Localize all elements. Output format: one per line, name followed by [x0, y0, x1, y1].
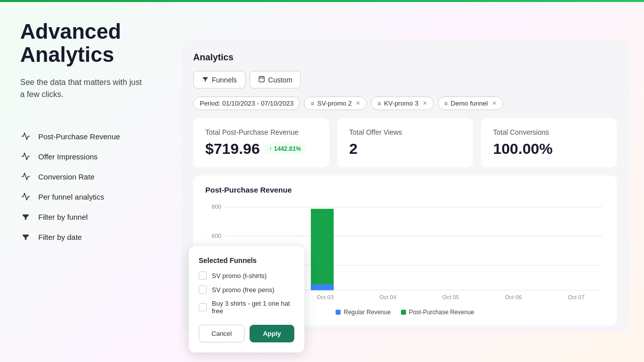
stat-value-conversions: 100.00% [493, 140, 605, 157]
nav-label-filter-by-date: Filter by date [38, 233, 82, 241]
checkbox-box-buy-3-shirts[interactable] [199, 303, 207, 311]
nav-label-filter-by-funnel: Filter by funnel [38, 213, 88, 221]
checkbox-label-sv-tshirts: SV promo (t-shirts) [212, 272, 267, 280]
nav-label-conversion-rate: Conversion Rate [38, 172, 95, 181]
stat-label-revenue: Total Post-Purchase Revenue [205, 128, 317, 136]
checkbox-label-sv-pens: SV promo (free pens) [212, 286, 274, 294]
stat-badge-revenue: ↑ 1442.81% [265, 143, 305, 154]
svg-text:Oct 03: Oct 03 [317, 294, 334, 300]
legend-post-purchase-revenue: Post-Purchase Revenue [401, 309, 474, 316]
close-icon-demo[interactable]: ✕ [492, 100, 497, 107]
nav-label-per-funnel-analytics: Per funnel analytics [38, 193, 104, 201]
apply-button[interactable]: Apply [250, 325, 294, 342]
checkbox-sv-pens[interactable]: SV promo (free pens) [199, 286, 294, 294]
svg-text:Oct 04: Oct 04 [379, 294, 396, 300]
checkbox-list: SV promo (t-shirts) SV promo (free pens)… [199, 272, 294, 315]
sidebar-subtitle: See the data that matters with just a fe… [20, 76, 146, 101]
filter-bar: Period: 01/10/2023 - 07/10/2023 ≡ SV-pro… [193, 97, 617, 110]
filter-icon-demo: ≡ [444, 100, 448, 107]
legend-dot-post-purchase [401, 310, 406, 315]
svg-text:Oct 06: Oct 06 [505, 294, 522, 300]
dropdown-title: Selected Funnels [199, 256, 294, 264]
sidebar-item-post-purchase-revenue[interactable]: Post-Purchase Revenue [20, 131, 146, 142]
sidebar-item-per-funnel-analytics[interactable]: Per funnel analytics [20, 191, 146, 202]
close-icon-kv3[interactable]: ✕ [423, 100, 427, 107]
badge-arrow-icon: ↑ [269, 145, 272, 152]
filter-period: Period: 01/10/2023 - 07/10/2023 [193, 97, 300, 110]
funnel-tab-icon [202, 75, 209, 84]
filter-icon-kv3: ≡ [377, 100, 381, 107]
filter-demo-funnel[interactable]: ≡ Demo funnel ✕ [438, 97, 503, 110]
filter-kv-promo-3-label: KV-promo 3 [384, 100, 419, 107]
checkbox-buy-3-shirts[interactable]: Buy 3 shirts - get 1 one hat free [199, 300, 294, 315]
sidebar-title: Advanced Analytics [20, 20, 146, 66]
nav-list: Post-Purchase Revenue Offer Impressions … [20, 131, 146, 242]
legend-dot-regular [336, 310, 341, 315]
stat-value-offer-views: 2 [349, 140, 461, 157]
legend-regular-revenue: Regular Revenue [336, 309, 390, 316]
svg-text:800: 800 [212, 204, 221, 210]
calendar-tab-icon [258, 75, 265, 84]
checkbox-box-sv-pens[interactable] [199, 286, 207, 294]
stat-label-offer-views: Total Offer Views [349, 128, 461, 136]
tab-funnels-label: Funnels [212, 76, 237, 84]
filter-icon-2 [20, 231, 31, 242]
sidebar-item-conversion-rate[interactable]: Conversion Rate [20, 171, 146, 182]
close-icon-sv2[interactable]: ✕ [356, 100, 360, 107]
filter-icon-1 [20, 211, 31, 222]
legend-label-post-purchase: Post-Purchase Revenue [409, 309, 474, 316]
chart-title: Post-Purchase Revenue [205, 186, 605, 194]
chart-line-icon-4 [20, 191, 31, 202]
chart-bar-blue [311, 285, 334, 291]
checkbox-box-sv-tshirts[interactable] [199, 272, 207, 280]
nav-label-post-purchase-revenue: Post-Purchase Revenue [38, 132, 120, 141]
stat-value-revenue: $719.96 [205, 140, 260, 157]
legend-label-regular: Regular Revenue [344, 309, 390, 316]
badge-value-revenue: 1442.81% [274, 145, 301, 152]
filter-sv-promo-2[interactable]: ≡ SV-promo 2 ✕ [304, 97, 367, 110]
checkbox-sv-tshirts[interactable]: SV promo (t-shirts) [199, 272, 294, 280]
checkbox-label-buy-3-shirts: Buy 3 shirts - get 1 one hat free [212, 300, 294, 315]
tab-funnels[interactable]: Funnels [193, 71, 246, 88]
chart-line-icon-3 [20, 171, 31, 182]
analytics-title: Analytics [193, 52, 617, 63]
tab-bar: Funnels Custom [193, 71, 617, 88]
filter-sv-promo-2-label: SV-promo 2 [317, 100, 352, 107]
stat-card-offer-views: Total Offer Views 2 [337, 118, 473, 167]
chart-line-icon [20, 131, 31, 142]
stat-card-revenue: Total Post-Purchase Revenue $719.96 ↑ 14… [193, 118, 329, 167]
filter-demo-funnel-label: Demo funnel [451, 100, 488, 107]
sidebar-item-filter-by-date[interactable]: Filter by date [20, 231, 146, 242]
stats-row: Total Post-Purchase Revenue $719.96 ↑ 14… [193, 118, 617, 167]
tab-custom-label: Custom [268, 76, 292, 84]
filter-icon-sv2: ≡ [310, 100, 314, 107]
svg-rect-0 [259, 76, 265, 82]
svg-text:Oct 07: Oct 07 [568, 294, 585, 300]
dropdown-actions: Cancel Apply [199, 325, 294, 342]
sidebar: Advanced Analytics See the data that mat… [0, 0, 166, 362]
top-bar [0, 0, 644, 2]
filter-kv-promo-3[interactable]: ≡ KV-promo 3 ✕ [371, 97, 434, 110]
sidebar-item-offer-impressions[interactable]: Offer Impressions [20, 151, 146, 162]
svg-text:600: 600 [212, 233, 221, 239]
cancel-button[interactable]: Cancel [199, 325, 245, 342]
tab-custom[interactable]: Custom [250, 71, 301, 88]
chart-line-icon-2 [20, 151, 31, 162]
nav-label-offer-impressions: Offer Impressions [38, 152, 98, 161]
stat-value-row-revenue: $719.96 ↑ 1442.81% [205, 140, 317, 157]
selected-funnels-dropdown: Selected Funnels SV promo (t-shirts) SV … [189, 246, 304, 352]
svg-text:Oct 05: Oct 05 [442, 294, 459, 300]
chart-bar-green [311, 209, 334, 289]
filter-period-label: Period: 01/10/2023 - 07/10/2023 [200, 100, 293, 107]
stat-card-conversions: Total Conversions 100.00% [481, 118, 617, 167]
stat-label-conversions: Total Conversions [493, 128, 605, 136]
sidebar-item-filter-by-funnel[interactable]: Filter by funnel [20, 211, 146, 222]
